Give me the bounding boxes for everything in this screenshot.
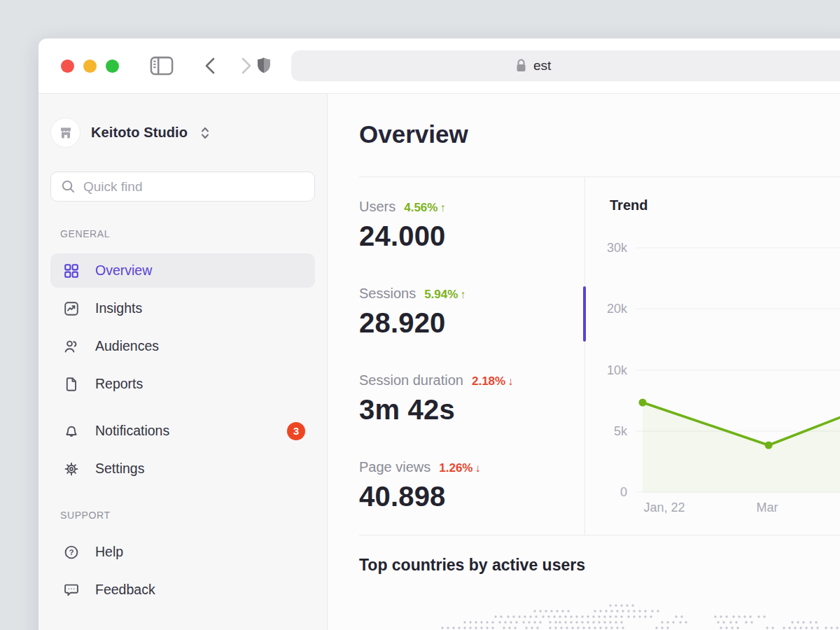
- sidebar-item-label: Insights: [95, 300, 142, 316]
- stat-label: Users: [359, 199, 396, 215]
- stat-value: 40.898: [359, 481, 569, 512]
- workspace-switcher[interactable]: Keitoto Studio: [50, 118, 315, 148]
- stat-value: 24.000: [359, 220, 569, 252]
- chevron-updown-icon: [198, 125, 212, 141]
- stat-session-duration: Session duration 2.18%↓ 3m 42s: [359, 372, 569, 426]
- forward-icon[interactable]: [237, 56, 255, 76]
- stat-delta: 1.26%: [439, 461, 472, 475]
- svg-text:Jan, 22: Jan, 22: [643, 500, 685, 514]
- reports-icon: [62, 375, 80, 393]
- sidebar-item-label: Settings: [95, 461, 144, 477]
- browser-window: est Keitoto Studio: [38, 38, 840, 630]
- bell-icon: [62, 422, 80, 440]
- svg-text:20k: 20k: [607, 302, 628, 316]
- grid-icon: [62, 262, 80, 279]
- feedback-icon: [62, 581, 80, 598]
- stat-delta: 2.18%: [472, 374, 505, 388]
- close-window-button[interactable]: [61, 59, 74, 73]
- scroll-indicator[interactable]: [583, 286, 586, 342]
- workspace-avatar: [50, 118, 80, 148]
- main-content: Overview Users 4.56%↑ 24.000 Sessions 5.…: [328, 94, 840, 630]
- search-icon: [60, 178, 76, 195]
- sidebar-item-audiences[interactable]: Audiences: [50, 329, 315, 363]
- audiences-icon: [62, 337, 80, 355]
- stat-label: Sessions: [359, 286, 416, 302]
- sidebar-item-label: Help: [95, 544, 123, 560]
- stat-delta: 4.56%: [404, 201, 438, 215]
- section-label-general: GENERAL: [60, 228, 315, 239]
- svg-text:5k: 5k: [614, 424, 628, 438]
- back-icon[interactable]: [202, 56, 220, 76]
- sidebar-item-label: Feedback: [95, 582, 155, 598]
- trend-chart-panel: Trend 30k20k10k5k0Jan, 22Mar: [584, 176, 840, 535]
- sidebar-item-insights[interactable]: Insights: [50, 291, 315, 326]
- browser-toolbar: est: [38, 38, 840, 93]
- sidebar-item-settings[interactable]: Settings: [50, 451, 315, 486]
- section-label-support: SUPPORT: [60, 510, 315, 521]
- sidebar: Keitoto Studio GENERAL: [38, 94, 328, 630]
- workspace-name: Keitoto Studio: [91, 125, 188, 141]
- search-input[interactable]: [83, 179, 305, 195]
- svg-text:?: ?: [69, 548, 74, 556]
- traffic-lights: [61, 59, 119, 73]
- svg-text:Mar: Mar: [757, 500, 778, 514]
- minimize-window-button[interactable]: [83, 59, 97, 73]
- stat-value: 28.920: [359, 307, 569, 339]
- stat-label: Page views: [359, 459, 430, 475]
- lock-icon: [515, 58, 527, 74]
- sidebar-item-overview[interactable]: Overview: [50, 253, 315, 288]
- sidebar-item-label: Notifications: [95, 423, 169, 439]
- trend-down-icon: ↓: [475, 462, 480, 475]
- sidebar-item-label: Overview: [95, 262, 152, 279]
- stat-value: 3m 42s: [359, 394, 569, 426]
- insights-icon: [62, 300, 80, 317]
- svg-text:10k: 10k: [607, 363, 628, 377]
- address-bar[interactable]: est: [291, 50, 840, 81]
- url-text: est: [533, 58, 551, 74]
- help-icon: ?: [62, 543, 80, 561]
- stat-sessions: Sessions 5.94%↑ 28.920: [359, 286, 569, 339]
- notification-badge: 3: [287, 422, 305, 440]
- trend-line-chart: 30k20k10k5k0Jan, 22Mar: [585, 176, 840, 535]
- countries-section-title: Top countries by active users: [359, 556, 585, 575]
- stat-delta: 5.94%: [424, 288, 458, 302]
- sidebar-item-label: Audiences: [95, 338, 159, 354]
- storefront-icon: [57, 125, 74, 141]
- stat-label: Session duration: [359, 372, 463, 388]
- sidebar-item-notifications[interactable]: Notifications 3: [50, 414, 315, 448]
- stat-page-views: Page views 1.26%↓ 40.898: [359, 459, 569, 512]
- sidebar-toggle-icon[interactable]: [150, 56, 174, 76]
- privacy-shield-icon[interactable]: [255, 55, 273, 77]
- page-title: Overview: [359, 120, 468, 148]
- trend-down-icon: ↓: [507, 375, 513, 388]
- trend-up-icon: ↑: [460, 288, 465, 301]
- zoom-window-button[interactable]: [106, 59, 119, 73]
- sidebar-item-label: Reports: [95, 376, 143, 392]
- svg-text:0: 0: [620, 485, 627, 499]
- sidebar-item-reports[interactable]: Reports: [50, 367, 315, 401]
- trend-up-icon: ↑: [440, 202, 445, 214]
- stat-users: Users 4.56%↑ 24.000: [359, 199, 569, 252]
- quick-find-search[interactable]: [50, 172, 315, 202]
- nav-gap: [50, 405, 315, 414]
- sidebar-item-feedback[interactable]: Feedback: [50, 573, 315, 607]
- gear-icon: [62, 460, 80, 477]
- sidebar-item-help[interactable]: ? Help: [50, 535, 315, 569]
- divider: [359, 535, 840, 536]
- svg-text:30k: 30k: [607, 241, 628, 255]
